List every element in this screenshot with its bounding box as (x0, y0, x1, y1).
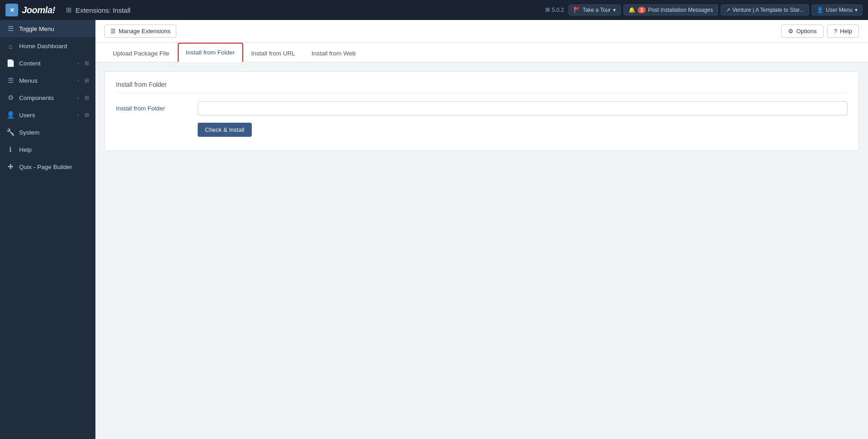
bell-icon: 🔔 (629, 7, 635, 13)
sidebar-item-users[interactable]: 👤 Users › ⊞ (0, 106, 95, 124)
components-grid-icon: ⊞ (85, 95, 89, 101)
system-icon: 🔧 (6, 128, 15, 136)
quix-icon: ✚ (6, 163, 15, 171)
tour-chevron-icon: ▾ (613, 7, 616, 13)
tab-install-from-folder[interactable]: Install from Folder (178, 43, 243, 62)
content-icon: 📄 (6, 59, 15, 67)
question-icon: ? (834, 28, 837, 35)
users-chevron-icon: › (77, 112, 79, 118)
check-install-button[interactable]: Check & Install (198, 123, 252, 137)
folder-label: Install from Folder (116, 105, 198, 112)
folder-input[interactable] (198, 101, 848, 115)
sidebar-item-home-dashboard[interactable]: ⌂ Home Dashboard (0, 37, 95, 55)
toggle-menu-icon: ☰ (6, 25, 15, 33)
content-area: ☰ Manage Extensions ⚙ Options ? Help Upl… (95, 20, 868, 439)
sidebar-item-content[interactable]: 📄 Content › ⊞ (0, 55, 95, 72)
subheader-right: ⚙ Options ? Help (781, 25, 859, 38)
logo-text: Joomla! (22, 5, 55, 15)
sidebar-item-toggle-menu[interactable]: ☰ Toggle Menu (0, 20, 95, 37)
main-layout: ☰ Toggle Menu ⌂ Home Dashboard 📄 Content… (0, 20, 868, 439)
tabs-bar: Upload Package File Install from Folder … (95, 43, 868, 62)
post-installation-button[interactable]: 🔔 3 Post Installation Messages (624, 5, 718, 15)
content-grid-icon: ⊞ (85, 60, 89, 66)
tab-install-from-url[interactable]: Install from URL (243, 44, 304, 62)
menus-icon: ☰ (6, 76, 15, 85)
content-chevron-icon: › (77, 60, 79, 66)
joomla-logo-icon: ✕ (5, 4, 18, 16)
user-chevron-icon: ▾ (855, 7, 858, 13)
sidebar-item-help[interactable]: ℹ Help (0, 141, 95, 158)
help-button[interactable]: ? Help (827, 25, 859, 38)
user-menu-button[interactable]: 👤 User Menu ▾ (812, 5, 863, 15)
install-panel-title: Install from Folder (116, 81, 848, 93)
tab-install-from-web[interactable]: Install from Web (303, 44, 364, 62)
user-icon: 👤 (817, 7, 823, 13)
sidebar: ☰ Toggle Menu ⌂ Home Dashboard 📄 Content… (0, 20, 95, 439)
users-grid-icon: ⊞ (85, 112, 89, 118)
components-icon: ⚙ (6, 94, 15, 102)
topbar-right: ⌘ 5.0.2 🚩 Take a Tour ▾ 🔔 3 Post Install… (545, 5, 863, 15)
help-icon: ℹ (6, 145, 15, 154)
tour-icon: 🚩 (574, 7, 580, 13)
list-icon: ☰ (110, 28, 116, 35)
version-label: ⌘ 5.0.2 (545, 7, 564, 13)
external-link-icon: ↗ (726, 7, 730, 13)
tab-upload-package-file[interactable]: Upload Package File (105, 44, 178, 62)
subheader-left: ☰ Manage Extensions (105, 25, 176, 38)
users-icon: 👤 (6, 111, 15, 119)
home-icon: ⌂ (6, 42, 15, 50)
sidebar-item-menus[interactable]: ☰ Menus › ⊞ (0, 72, 95, 89)
menus-chevron-icon: › (77, 78, 79, 83)
sidebar-item-quix-page-builder[interactable]: ✚ Quix - Page Builder (0, 158, 95, 175)
menus-grid-icon: ⊞ (85, 77, 89, 84)
page-title: ⊞ Extensions: Install (66, 6, 130, 14)
subheader: ☰ Manage Extensions ⚙ Options ? Help (95, 20, 868, 43)
components-chevron-icon: › (77, 95, 79, 100)
sidebar-item-system[interactable]: 🔧 System (0, 124, 95, 141)
folder-form-row: Install from Folder (116, 101, 848, 115)
sidebar-item-components[interactable]: ⚙ Components › ⊞ (0, 89, 95, 106)
extensions-icon: ⊞ (66, 6, 72, 14)
logo[interactable]: ✕ Joomla! (5, 4, 55, 16)
topbar: ✕ Joomla! ⊞ Extensions: Install ⌘ 5.0.2 … (0, 0, 868, 20)
venture-template-button[interactable]: ↗ Venture | A Template to Star... (721, 5, 809, 15)
manage-extensions-button[interactable]: ☰ Manage Extensions (105, 25, 176, 38)
install-panel: Install from Folder Install from Folder … (105, 71, 859, 151)
take-tour-button[interactable]: 🚩 Take a Tour ▾ (569, 5, 621, 15)
gear-icon: ⚙ (788, 28, 793, 35)
options-button[interactable]: ⚙ Options (781, 25, 823, 38)
